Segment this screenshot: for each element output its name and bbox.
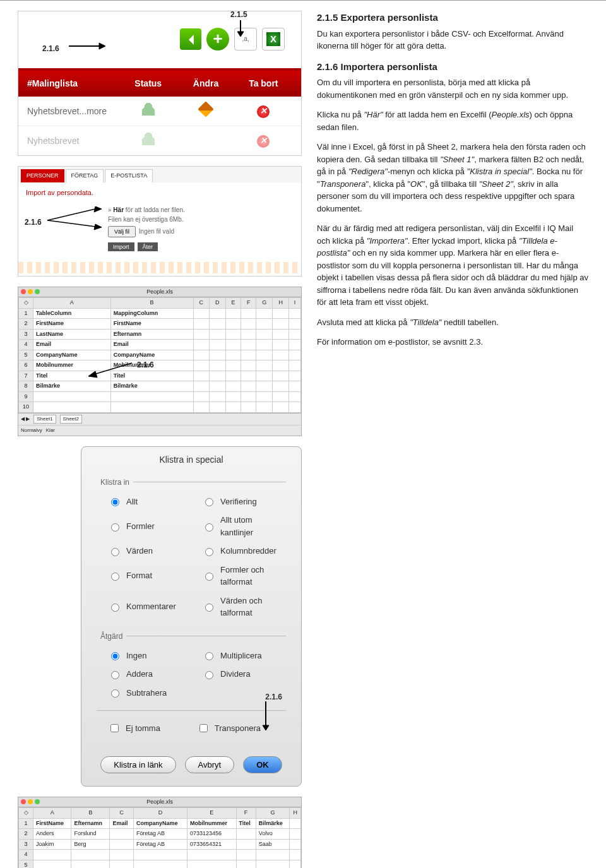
excel-table: ◇ABCDEFGH1FirstNameEfternamnEmailCompany…: [18, 807, 301, 868]
radio-allt[interactable]: Allt: [108, 496, 192, 508]
radio-formler-och-talformat[interactable]: Formler och talformat: [202, 564, 286, 588]
callout-216: 2.1.6: [137, 359, 154, 371]
radio-kolumnbredder[interactable]: Kolumnbredder: [202, 545, 286, 557]
file-state: Ingen fil vald: [139, 228, 174, 235]
radio-värden-och-talformat[interactable]: Värden och talformat: [202, 595, 286, 619]
svg-marker-3: [237, 32, 244, 37]
row-name: Nyhetsbrevet: [27, 134, 119, 148]
export-xls-icon[interactable]: [262, 28, 285, 51]
radio-allt-utom-kantlinjer[interactable]: Allt utom kantlinjer: [202, 514, 286, 538]
back-button[interactable]: Åter: [138, 242, 158, 251]
figure-excel-sheet2: People.xls ◇ABCDEFGH1FirstNameEfternamnE…: [18, 797, 302, 869]
svg-line-6: [47, 220, 95, 227]
choose-file-button[interactable]: Välj fil: [108, 226, 136, 237]
para: Klicka nu på "Här" för att ladda hem en …: [317, 109, 588, 133]
delete-icon[interactable]: ✕: [257, 105, 270, 118]
radio-ingen[interactable]: Ingen: [108, 650, 192, 662]
radio-multiplicera[interactable]: Multiplicera: [202, 650, 286, 662]
col-status: Status: [119, 77, 177, 90]
callout-216: 2.1.6: [25, 217, 42, 228]
table-row: Nyhetsbrevet ✕: [18, 126, 301, 155]
radio-kommentarer[interactable]: Kommentarer: [108, 595, 192, 619]
action-section: Åtgärd IngenMultipliceraAdderaDivideraSu…: [97, 631, 286, 705]
svg-marker-7: [94, 224, 102, 230]
radio-addera[interactable]: Addera: [108, 668, 192, 681]
para: Avsluta med att klicka på "Tilldela" ned…: [317, 316, 588, 329]
user-icon[interactable]: [142, 103, 155, 116]
svg-marker-5: [94, 206, 102, 212]
sheet-tab[interactable]: Sheet1: [33, 415, 56, 424]
dialog-title: Klistra in special: [97, 447, 286, 477]
chk-transponera[interactable]: Transponera: [197, 722, 261, 735]
radio-dividera[interactable]: Dividera: [202, 668, 286, 681]
xls-filename: People.xls: [18, 287, 301, 298]
ok-button[interactable]: OK: [243, 756, 282, 773]
col-mailinglist: #Malinglista: [27, 77, 119, 90]
import-button[interactable]: Import: [108, 242, 134, 251]
svg-marker-9: [88, 371, 97, 378]
chk-ejtomma[interactable]: Ej tomma: [108, 722, 160, 735]
svg-line-4: [47, 209, 95, 220]
xls-viewmode: Normalvy: [21, 427, 42, 434]
callout-215: 2.1.5: [230, 9, 247, 20]
row-name: Nyhetsbrevet...more: [27, 105, 119, 118]
tab-foretag[interactable]: FÖRETAG: [66, 169, 104, 182]
xls-ready: Klar: [46, 427, 55, 434]
tab-personer[interactable]: PERSONER: [21, 169, 64, 182]
checkbox-section: Ej tomma Transponera: [97, 710, 286, 746]
callout-216: 2.1.6: [42, 43, 59, 54]
svg-marker-11: [263, 725, 269, 730]
tab-epostlista[interactable]: E-POSTLISTA: [105, 169, 153, 182]
col-delete: Ta bort: [235, 77, 292, 90]
download-link[interactable]: Här: [113, 206, 124, 213]
col-edit: Ändra: [177, 77, 234, 90]
radio-verifiering[interactable]: Verifiering: [202, 496, 286, 508]
body-text: 2.1.5 Exportera personlista Du kan expor…: [317, 11, 588, 868]
figure-excel-sheet1: People.xls ◇ABCDEFGHI1TableColumnMapping…: [18, 287, 302, 436]
heading-216: 2.1.6 Importera personlista: [317, 60, 588, 74]
import-title: Import av persondata.: [26, 187, 294, 198]
paste-section: Klistra in AlltVerifieringFormlerAllt ut…: [97, 477, 286, 624]
table-header: #Malinglista Status Ändra Ta bort: [18, 71, 301, 97]
radio-värden[interactable]: Värden: [108, 545, 192, 557]
radio-formler[interactable]: Formler: [108, 514, 192, 538]
excel-table: ◇ABCDEFGHI1TableColumnMappingColumn2Firs…: [18, 297, 301, 413]
edit-icon[interactable]: [198, 101, 213, 117]
radio-format[interactable]: Format: [108, 564, 192, 588]
radio-subtrahera[interactable]: Subtrahera: [108, 687, 192, 699]
xls-filename: People.xls: [18, 797, 301, 808]
figure-import: PERSONER FÖRETAG E-POSTLISTA Import av p…: [18, 166, 302, 276]
svg-line-8: [94, 363, 132, 374]
paste-link-button[interactable]: Klistra in länk: [100, 756, 175, 773]
sheet-tab[interactable]: Sheet2: [60, 415, 82, 424]
heading-215: 2.1.5 Exportera personlista: [317, 11, 588, 25]
para: Du kan exportera personlistor i både CSV…: [317, 28, 588, 52]
cancel-button[interactable]: Avbryt: [185, 756, 235, 773]
para: För information om e-postlistor, se avsn…: [317, 336, 588, 348]
file-size-note: Filen kan ej överstiga 6Mb.: [108, 215, 294, 224]
para: När du är färdig med att redigera person…: [317, 222, 588, 309]
table-row: Nyhetsbrevet...more ✕: [18, 97, 301, 126]
back-arrow-icon[interactable]: [180, 28, 201, 50]
figure-paste-dialog: Klistra in special Klistra in AlltVerifi…: [81, 446, 302, 787]
tabs: PERSONER FÖRETAG E-POSTLISTA: [18, 167, 301, 182]
figure-mailinglist: + ,a, 2.1.6 2.1.5 #Malinglista Status Än…: [18, 11, 302, 156]
svg-marker-1: [99, 43, 105, 49]
user-icon[interactable]: [142, 133, 155, 145]
delete-icon[interactable]: ✕: [257, 135, 270, 148]
add-icon[interactable]: +: [206, 28, 229, 51]
para: Väl inne i Excel, gå först in på Sheet 2…: [317, 141, 588, 215]
para: Om du vill importera en personlista, bör…: [317, 76, 588, 101]
